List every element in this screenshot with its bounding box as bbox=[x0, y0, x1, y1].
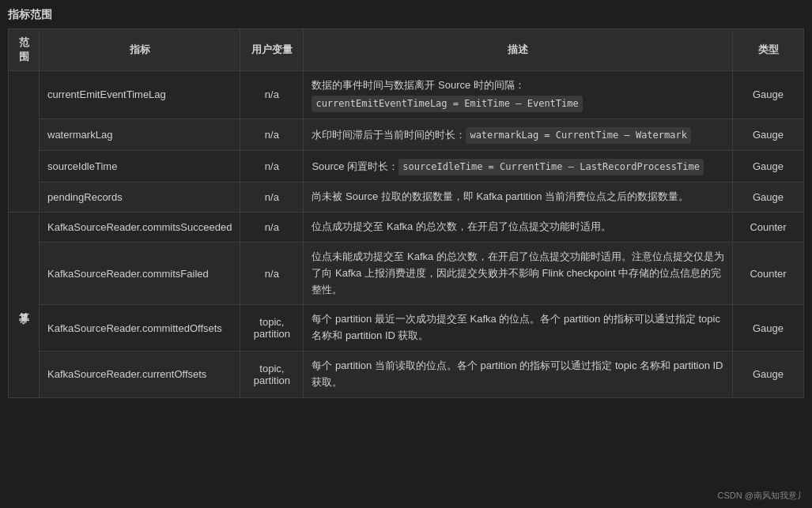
desc-code: watermarkLag = CurrentTime — Watermark bbox=[466, 127, 691, 144]
col-header-desc: 描述 bbox=[304, 29, 733, 71]
desc-cell: 每个 partition 当前读取的位点。各个 partition 的指标可以通… bbox=[304, 351, 733, 397]
variable-cell: n/a bbox=[240, 183, 304, 213]
range-cell-empty bbox=[9, 71, 40, 213]
type-cell: Gauge bbox=[733, 119, 804, 150]
table-row: pendingRecordsn/a尚未被 Source 拉取的数据数量，即 Ka… bbox=[9, 183, 804, 213]
table-header-row: 范围 指标 用户变量 描述 类型 bbox=[9, 29, 804, 71]
col-header-variable: 用户变量 bbox=[240, 29, 304, 71]
metric-cell: KafkaSourceReader.commitsSucceeded bbox=[40, 213, 240, 243]
variable-cell: n/a bbox=[240, 119, 304, 150]
variable-cell: n/a bbox=[240, 71, 304, 119]
desc-text: 位点成功提交至 Kafka 的总次数，在开启了位点提交功能时适用。 bbox=[312, 220, 610, 232]
table-row: sourceIdleTimen/aSource 闲置时长：sourceIdleT… bbox=[9, 151, 804, 183]
metric-cell: watermarkLag bbox=[40, 119, 240, 150]
type-cell: Gauge bbox=[733, 351, 804, 397]
variable-cell: n/a bbox=[240, 213, 304, 243]
desc-cell: 水印时间滞后于当前时间的时长：watermarkLag = CurrentTim… bbox=[304, 119, 733, 150]
metric-cell: currentEmitEventTimeLag bbox=[40, 71, 240, 119]
col-header-range: 范围 bbox=[9, 29, 40, 71]
desc-text: 每个 partition 当前读取的位点。各个 partition 的指标可以通… bbox=[312, 359, 723, 388]
col-header-type: 类型 bbox=[733, 29, 804, 71]
table-row: currentEmitEventTimeLagn/a数据的事件时间与数据离开 S… bbox=[9, 71, 804, 119]
type-cell: Gauge bbox=[733, 305, 804, 352]
metric-cell: KafkaSourceReader.committedOffsets bbox=[40, 305, 240, 352]
desc-cell: Source 闲置时长：sourceIdleTime = CurrentTime… bbox=[304, 151, 733, 183]
desc-text: Source 闲置时长： bbox=[312, 160, 398, 172]
metrics-table: 范围 指标 用户变量 描述 类型 currentEmitEventTimeLag… bbox=[8, 28, 804, 398]
table-row: KafkaSourceReader.committedOffsetstopic,… bbox=[9, 305, 804, 352]
type-cell: Gauge bbox=[733, 151, 804, 183]
desc-cell: 数据的事件时间与数据离开 Source 时的间隔：currentEmitEven… bbox=[304, 71, 733, 119]
col-header-metric: 指标 bbox=[40, 29, 240, 71]
desc-cell: 尚未被 Source 拉取的数据数量，即 Kafka partition 当前消… bbox=[304, 183, 733, 213]
variable-cell: topic, partition bbox=[240, 351, 304, 397]
type-cell: Gauge bbox=[733, 183, 804, 213]
desc-cell: 每个 partition 最近一次成功提交至 Kafka 的位点。各个 part… bbox=[304, 305, 733, 352]
desc-text: 数据的事件时间与数据离开 Source 时的间隔： bbox=[312, 79, 524, 91]
metric-cell: pendingRecords bbox=[40, 183, 240, 213]
range-cell: 算 子 bbox=[9, 213, 40, 397]
desc-text: 尚未被 Source 拉取的数据数量，即 Kafka partition 当前消… bbox=[312, 190, 689, 202]
desc-text: 水印时间滞后于当前时间的时长： bbox=[312, 129, 466, 141]
table-row: watermarkLagn/a水印时间滞后于当前时间的时长：watermarkL… bbox=[9, 119, 804, 150]
table-row: KafkaSourceReader.currentOffsetstopic, p… bbox=[9, 351, 804, 397]
desc-cell: 位点成功提交至 Kafka 的总次数，在开启了位点提交功能时适用。 bbox=[304, 213, 733, 243]
type-cell: Gauge bbox=[733, 71, 804, 119]
desc-text: 位点未能成功提交至 Kafka 的总次数，在开启了位点提交功能时适用。注意位点提… bbox=[312, 250, 723, 295]
page-title: 指标范围 bbox=[8, 8, 804, 22]
desc-text: 每个 partition 最近一次成功提交至 Kafka 的位点。各个 part… bbox=[312, 313, 719, 341]
desc-code: sourceIdleTime = CurrentTime — LastRecor… bbox=[398, 159, 704, 175]
type-cell: Counter bbox=[733, 242, 804, 304]
metric-cell: KafkaSourceReader.currentOffsets bbox=[40, 351, 240, 397]
metric-cell: KafkaSourceReader.commitsFailed bbox=[40, 242, 240, 304]
table-row: KafkaSourceReader.commitsFailedn/a位点未能成功… bbox=[9, 242, 804, 304]
table-row: 算 子KafkaSourceReader.commitsSucceededn/a… bbox=[9, 213, 804, 243]
metric-cell: sourceIdleTime bbox=[40, 151, 240, 183]
variable-cell: n/a bbox=[240, 242, 304, 304]
type-cell: Counter bbox=[733, 213, 804, 243]
desc-code: currentEmitEventTimeLag = EmitTime — Eve… bbox=[312, 96, 582, 112]
variable-cell: topic, partition bbox=[240, 305, 304, 352]
variable-cell: n/a bbox=[240, 151, 304, 183]
desc-cell: 位点未能成功提交至 Kafka 的总次数，在开启了位点提交功能时适用。注意位点提… bbox=[304, 242, 733, 304]
